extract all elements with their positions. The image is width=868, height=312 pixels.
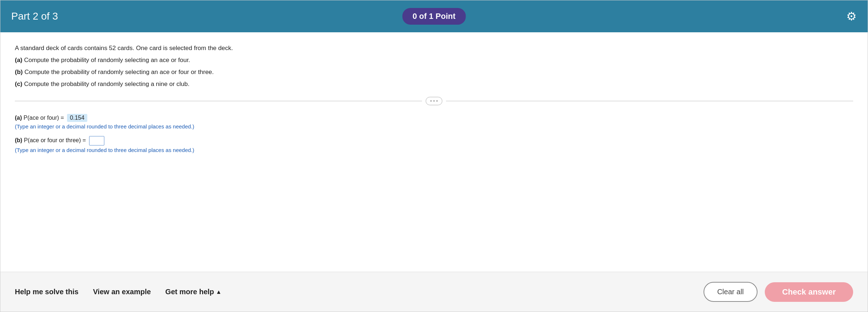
answer-section: (a) P(ace or four) = 0.154 (Type an inte…	[15, 114, 853, 163]
answer-a-value: 0.154	[67, 114, 87, 122]
part-title: Part 2 of 3	[11, 11, 58, 22]
divider-line-left	[15, 101, 422, 101]
chevron-up-icon: ▲	[216, 289, 222, 295]
get-more-help-button[interactable]: Get more help ▲	[165, 288, 221, 296]
part-a-label: (a)	[15, 57, 22, 63]
check-answer-button[interactable]: Check answer	[765, 282, 853, 302]
footer-right: Clear all Check answer	[704, 282, 853, 302]
part-b-text: Compute the probability of randomly sele…	[24, 69, 214, 75]
answer-a-bold: (a)	[15, 115, 22, 121]
main-container: Part 2 of 3 0 of 1 Point ⚙ A standard de…	[0, 0, 868, 312]
content-area: A standard deck of cards contains 52 car…	[0, 32, 868, 272]
header: Part 2 of 3 0 of 1 Point ⚙	[0, 0, 868, 32]
divider-row: • • •	[15, 97, 853, 105]
part-c-label: (c)	[15, 81, 22, 87]
problem-text: A standard deck of cards contains 52 car…	[15, 43, 853, 90]
problem-intro: A standard deck of cards contains 52 car…	[15, 43, 853, 54]
view-example-button[interactable]: View an example	[93, 288, 151, 296]
footer: Help me solve this View an example Get m…	[0, 272, 868, 312]
answer-b-eq: P(ace or four or three) =	[24, 137, 88, 143]
problem-part-c: (c) Compute the probability of randomly …	[15, 79, 853, 90]
footer-left: Help me solve this View an example Get m…	[15, 288, 704, 296]
answer-row-b: (b) P(ace or four or three) = (Type an i…	[15, 136, 853, 153]
answer-label-a: (a) P(ace or four) = 0.154	[15, 114, 853, 122]
help-me-solve-button[interactable]: Help me solve this	[15, 288, 79, 296]
answer-b-bold: (b)	[15, 137, 22, 143]
divider-line-right	[446, 101, 853, 101]
answer-a-eq: P(ace or four) =	[24, 115, 66, 121]
gear-icon[interactable]: ⚙	[846, 9, 857, 23]
answer-label-b: (b) P(ace or four or three) =	[15, 136, 853, 145]
problem-part-b: (b) Compute the probability of randomly …	[15, 67, 853, 78]
divider-dots: • • •	[426, 97, 443, 105]
clear-all-button[interactable]: Clear all	[704, 282, 758, 302]
answer-b-hint: (Type an integer or a decimal rounded to…	[15, 147, 853, 153]
answer-b-input[interactable]	[89, 136, 104, 145]
part-c-text: Compute the probability of randomly sele…	[24, 81, 189, 87]
part-b-label: (b)	[15, 69, 23, 75]
part-a-text: Compute the probability of randomly sele…	[24, 57, 190, 63]
answer-a-hint: (Type an integer or a decimal rounded to…	[15, 123, 853, 130]
points-badge: 0 of 1 Point	[402, 8, 466, 25]
answer-row-a: (a) P(ace or four) = 0.154 (Type an inte…	[15, 114, 853, 130]
problem-part-a: (a) Compute the probability of randomly …	[15, 55, 853, 66]
get-more-help-label: Get more help	[165, 288, 214, 296]
